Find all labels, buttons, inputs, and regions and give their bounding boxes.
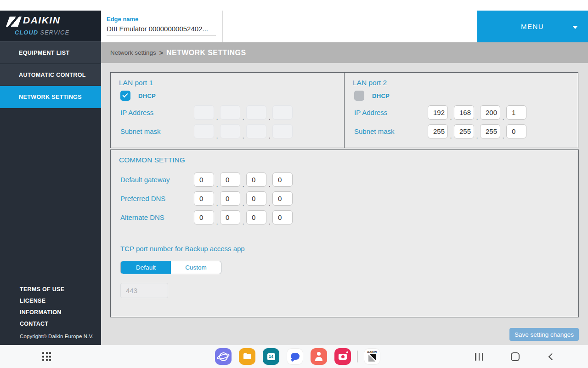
- license-link[interactable]: LICENSE: [20, 298, 96, 304]
- calendar-page-shape: 14: [267, 353, 275, 360]
- daikin-app-icon[interactable]: DAIKIN: [364, 348, 380, 365]
- default-gateway-octet-4[interactable]: [272, 172, 293, 187]
- lan2-subnet-octet-3[interactable]: [480, 124, 500, 138]
- lan1-ip-octet-4: [272, 105, 293, 120]
- samsung-internet-icon[interactable]: [215, 348, 232, 365]
- drawer-dot: [49, 356, 51, 357]
- save-setting-changes-button[interactable]: Save setting changes: [509, 328, 579, 341]
- tcp-port-default-option[interactable]: Default: [121, 261, 171, 274]
- lan-port-2-title: LAN port 2: [345, 73, 578, 87]
- lan2-subnet-octet-1[interactable]: [428, 124, 448, 138]
- alternate-dns-octet-1[interactable]: [194, 210, 214, 224]
- contacts-icon[interactable]: [311, 348, 327, 365]
- drawer-dot: [49, 359, 51, 361]
- lan1-ip-label: IP Address: [120, 109, 194, 116]
- lan2-subnet-label: Subnet mask: [354, 127, 428, 135]
- octet-separator: .: [266, 220, 272, 224]
- lan1-ip-row: IP Address . . .: [120, 105, 344, 120]
- terms-of-use-link[interactable]: TERMS OF USE: [20, 286, 96, 293]
- person-body-shape: [315, 357, 322, 361]
- alternate-dns-octet-3[interactable]: [246, 210, 266, 224]
- back-icon: [548, 353, 555, 360]
- folder-body-shape: [243, 354, 251, 359]
- drawer-dot: [42, 359, 44, 361]
- logo-subtitle: CLOUDSERVICE: [15, 29, 69, 36]
- default-gateway-octet-1[interactable]: [194, 172, 214, 187]
- octet-separator: .: [214, 182, 220, 187]
- alternate-dns-octets: . . .: [194, 210, 293, 224]
- octet-separator: .: [240, 182, 246, 187]
- octet-separator: .: [240, 220, 246, 224]
- lan2-ip-octet-3[interactable]: [480, 105, 500, 120]
- tcp-port-custom-option[interactable]: Custom: [171, 261, 221, 274]
- lan2-subnet-octet-2[interactable]: [454, 124, 474, 138]
- breadcrumb-parent[interactable]: Network settings: [110, 49, 156, 56]
- logo-service-text: SERVICE: [40, 29, 69, 36]
- copyright-text: Copyright© Daikin Europe N.V.: [20, 334, 96, 339]
- sidebar-item-network-settings[interactable]: NETWORK SETTINGS: [0, 86, 101, 108]
- recents-button[interactable]: [474, 351, 485, 362]
- home-button[interactable]: [509, 351, 520, 362]
- breadcrumb: Network settings > NETWORK SETTINGS: [101, 42, 588, 63]
- preferred-dns-octet-3[interactable]: [246, 191, 266, 206]
- octet-separator: .: [240, 134, 246, 138]
- octet-separator: .: [266, 115, 272, 120]
- lan1-subnet-label: Subnet mask: [120, 127, 194, 135]
- sidebar-item-automatic-control[interactable]: AUTOMATIC CONTROL: [0, 64, 101, 86]
- calendar-icon[interactable]: 14: [263, 348, 279, 365]
- drawer-dot: [46, 352, 48, 354]
- lan1-ip-octet-3: [246, 105, 266, 120]
- lan2-subnet-octets: . . .: [428, 124, 526, 138]
- lan1-dhcp-checkbox[interactable]: [120, 91, 130, 101]
- lan2-subnet-octet-4[interactable]: [506, 124, 526, 138]
- default-gateway-octet-3[interactable]: [246, 172, 266, 187]
- edge-name-label: Edge name: [107, 16, 222, 23]
- lan2-ip-octet-4[interactable]: [506, 105, 526, 120]
- preferred-dns-octet-2[interactable]: [220, 191, 240, 206]
- lan1-subnet-octet-3: [246, 124, 266, 138]
- octet-separator: .: [214, 201, 220, 206]
- camera-lens-shape: [341, 355, 345, 358]
- back-button[interactable]: [545, 351, 556, 362]
- preferred-dns-octet-1[interactable]: [194, 191, 214, 206]
- octet-separator: .: [474, 115, 480, 120]
- lan2-ip-octet-1[interactable]: [428, 105, 448, 120]
- octet-separator: .: [500, 115, 506, 120]
- octet-separator: .: [500, 134, 506, 138]
- person-head-shape: [317, 352, 321, 356]
- content: LAN port 1 DHCP IP Address . .: [101, 63, 588, 345]
- lan-port-2-panel: LAN port 2 DHCP IP Address . .: [344, 72, 578, 148]
- contact-link[interactable]: CONTACT: [20, 321, 96, 327]
- sidebar-footer: TERMS OF USE LICENSE INFORMATION CONTACT…: [0, 286, 101, 345]
- preferred-dns-octet-4[interactable]: [272, 191, 293, 206]
- lan1-subnet-octet-1: [194, 124, 214, 138]
- information-link[interactable]: INFORMATION: [20, 309, 96, 316]
- message-bubble-shape: [291, 353, 300, 360]
- app-drawer-button[interactable]: [42, 352, 51, 361]
- messages-icon[interactable]: [287, 348, 303, 365]
- android-nav-buttons: [474, 345, 556, 368]
- camera-icon[interactable]: [334, 348, 351, 365]
- octet-separator: .: [266, 182, 272, 187]
- sidebar-item-equipment-list[interactable]: EQUIPMENT LIST: [0, 42, 101, 64]
- default-gateway-octets: . . .: [194, 172, 293, 187]
- preferred-dns-label: Preferred DNS: [120, 195, 194, 202]
- lan1-subnet-octet-4: [272, 124, 293, 138]
- lan2-ip-octet-2[interactable]: [454, 105, 474, 120]
- menu-button[interactable]: MENU: [477, 11, 588, 42]
- default-gateway-octet-2[interactable]: [220, 172, 240, 187]
- lan2-ip-row: IP Address . . .: [354, 105, 578, 120]
- lan2-subnet-row: Subnet mask . . .: [354, 124, 578, 138]
- octet-separator: .: [214, 220, 220, 224]
- taskbar-app-icons: 14 DAIKIN: [215, 348, 380, 365]
- logo-brand-text: DAIKIN: [23, 15, 60, 26]
- drawer-dot: [46, 359, 48, 361]
- lan2-dhcp-checkbox[interactable]: [354, 91, 364, 101]
- edge-name-input[interactable]: [107, 25, 216, 35]
- android-status-bar: [0, 0, 588, 11]
- alternate-dns-octet-4[interactable]: [272, 210, 293, 224]
- my-files-icon[interactable]: [239, 348, 255, 365]
- alternate-dns-octet-2[interactable]: [220, 210, 240, 224]
- drawer-dot: [46, 356, 48, 357]
- recents-icon: [475, 353, 483, 361]
